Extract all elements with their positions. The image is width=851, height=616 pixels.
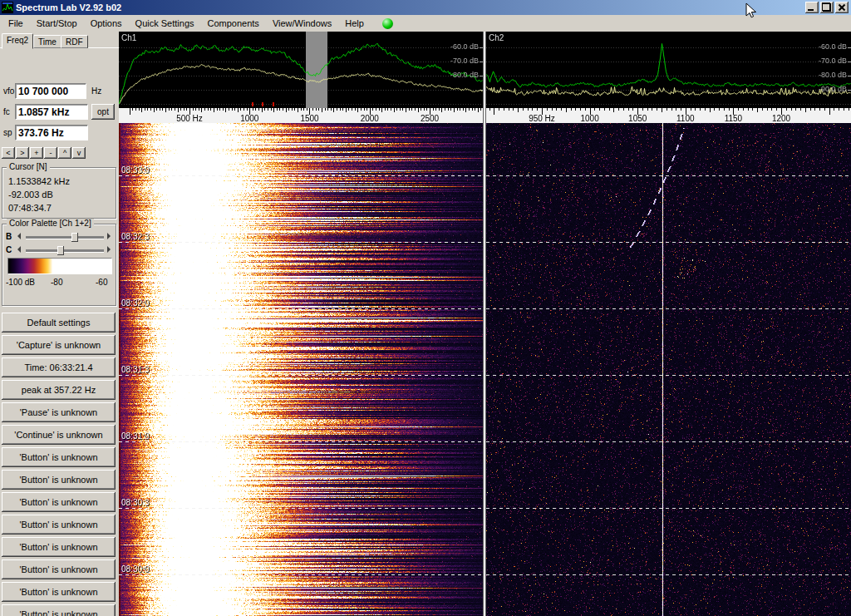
nav-button-2[interactable]: + <box>30 147 43 159</box>
menu-item-components[interactable]: Components <box>201 16 266 31</box>
nav-button-0[interactable]: < <box>2 147 15 159</box>
tab-time[interactable]: Time <box>33 35 61 48</box>
status-led-icon[interactable] <box>382 18 393 29</box>
title-bar[interactable]: Spectrum Lab V2.92 b02 <box>0 0 851 15</box>
brightness-slider-row: B <box>6 231 114 242</box>
sp-label: sp <box>3 128 12 137</box>
slider-left-arrow-icon[interactable] <box>14 246 21 253</box>
side-action-button-0[interactable]: Default settings <box>2 313 116 333</box>
ch2-frequency-ruler[interactable] <box>486 108 851 123</box>
close-icon <box>838 3 846 11</box>
nav-button-4[interactable]: ^ <box>58 147 71 159</box>
side-action-button-4[interactable]: 'Pause' is unknown <box>2 402 116 422</box>
cursor-time-value: 07:48:34.7 <box>8 203 52 213</box>
nav-button-3[interactable]: - <box>44 147 57 159</box>
minimize-button[interactable] <box>805 2 819 13</box>
slider-right-arrow-icon[interactable] <box>107 246 114 253</box>
cursor-level-value: -92.003 dB <box>8 190 53 200</box>
ch1-frequency-ruler[interactable] <box>119 108 483 123</box>
contrast-label: C <box>6 245 12 254</box>
side-action-button-13[interactable]: 'Button' is unknown <box>2 604 116 616</box>
slider-thumb[interactable] <box>57 246 64 255</box>
spectrum-lab-window: Spectrum Lab V2.92 b02 FileStart/StopOpt… <box>0 0 851 616</box>
palette-scale-max: -60 <box>96 278 107 287</box>
close-button[interactable] <box>835 2 849 13</box>
window-title: Spectrum Lab V2.92 b02 <box>16 2 805 12</box>
menu-bar: FileStart/StopOptionsQuick SettingsCompo… <box>0 15 851 32</box>
side-action-button-10[interactable]: 'Button' is unknown <box>2 537 116 557</box>
side-action-button-11[interactable]: 'Button' is unknown <box>2 559 116 579</box>
sidebar-tabstrip: Freq2 Time RDF <box>0 32 119 48</box>
palette-scale-min: -100 dB <box>6 278 35 287</box>
ch1-waterfall-display[interactable] <box>119 123 483 616</box>
cursor-frequency-value: 1.1533842 kHz <box>8 176 70 186</box>
window-controls <box>805 2 849 13</box>
slider-thumb[interactable] <box>71 233 78 242</box>
side-action-button-7[interactable]: 'Button' is unknown <box>2 470 116 490</box>
side-action-button-5[interactable]: 'Continue' is unknown <box>2 425 116 445</box>
ch2-spectrum-display[interactable] <box>486 32 851 108</box>
side-action-button-6[interactable]: 'Button' is unknown <box>2 447 116 467</box>
slider-right-arrow-icon[interactable] <box>107 233 114 239</box>
contrast-slider-row: C <box>6 244 114 255</box>
ch2-waterfall-display[interactable] <box>486 123 851 616</box>
menu-item-quick-settings[interactable]: Quick Settings <box>129 16 201 31</box>
side-action-button-2[interactable]: Time: 06:33:21.4 <box>2 357 116 377</box>
color-palette-box: Color Palette [Ch 1+2] B C -100 dB -80 -… <box>2 224 116 306</box>
cursor-box-title: Cursor [N] <box>7 162 50 171</box>
contrast-slider[interactable] <box>26 249 104 252</box>
palette-scale-mid: -80 <box>51 278 62 287</box>
app-icon <box>2 2 13 13</box>
sp-input[interactable] <box>15 125 88 140</box>
opt-button[interactable]: opt <box>91 104 115 120</box>
menu-item-file[interactable]: File <box>2 16 30 31</box>
side-action-button-9[interactable]: 'Button' is unknown <box>2 515 116 535</box>
side-action-button-12[interactable]: 'Button' is unknown <box>2 582 116 602</box>
tab-freq2[interactable]: Freq2 <box>2 33 33 49</box>
brightness-slider[interactable] <box>26 236 104 239</box>
nav-button-1[interactable]: > <box>16 147 29 159</box>
minimize-icon <box>808 9 814 11</box>
programmable-buttons: Default settings'Capture' is unknownTime… <box>2 313 117 616</box>
cursor-info-box: Cursor [N] 1.1533842 kHz -92.003 dB 07:4… <box>2 167 116 219</box>
vfo-unit-label: Hz <box>91 86 101 96</box>
fc-label: fc <box>3 107 10 116</box>
brightness-label: B <box>6 232 12 241</box>
nav-button-5[interactable]: v <box>72 147 86 159</box>
menu-items: FileStart/StopOptionsQuick SettingsCompo… <box>2 16 371 31</box>
side-action-button-3[interactable]: peak at 357.22 Hz <box>2 380 116 400</box>
side-action-button-1[interactable]: 'Capture' is unknown <box>2 335 116 355</box>
restore-icon <box>822 3 831 11</box>
side-action-button-8[interactable]: 'Button' is unknown <box>2 492 116 512</box>
channel-divider <box>483 32 486 616</box>
menu-item-start-stop[interactable]: Start/Stop <box>30 16 84 31</box>
slider-left-arrow-icon[interactable] <box>14 233 21 239</box>
menu-item-options[interactable]: Options <box>84 16 129 31</box>
palette-box-title: Color Palette [Ch 1+2] <box>7 219 94 228</box>
vfo-label: vfo <box>3 86 14 96</box>
restore-button[interactable] <box>820 2 834 13</box>
palette-gradient-bar[interactable] <box>7 258 112 274</box>
ch1-spectrum-display[interactable] <box>119 32 483 108</box>
fc-input[interactable] <box>15 104 88 120</box>
menu-item-view-windows[interactable]: View/Windows <box>266 16 338 31</box>
mouse-cursor <box>745 2 757 20</box>
menu-item-help[interactable]: Help <box>338 16 371 31</box>
vfo-input[interactable] <box>15 83 86 99</box>
tuning-nav-buttons: <>+-^v <box>2 147 86 159</box>
tab-rdf[interactable]: RDF <box>61 35 88 48</box>
control-panel: Freq2 Time RDF vfo Hz fc opt sp <>+-^v C… <box>0 32 119 616</box>
